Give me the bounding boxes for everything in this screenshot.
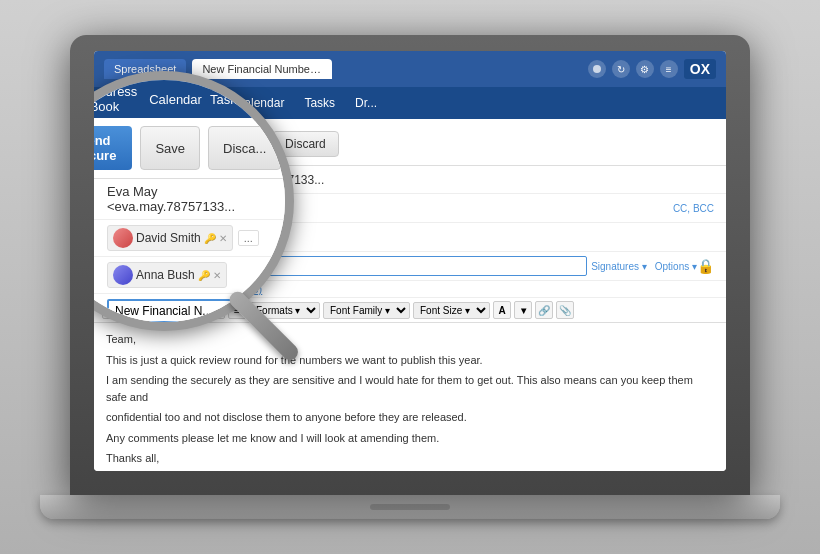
- magnify-lens: 99+ Address Book Calendar Tasks Dr... Se…: [94, 71, 294, 331]
- email-comments: Any comments please let me know and I wi…: [106, 430, 714, 447]
- email-salutation: Team,: [106, 331, 714, 348]
- email-name: Eva May: [106, 471, 714, 472]
- magnify-chip-david[interactable]: David Smith 🔑 ✕: [107, 225, 233, 251]
- settings-icon[interactable]: ⚙: [636, 60, 654, 78]
- magnify-to-label: To: [94, 231, 107, 246]
- svg-point-0: [593, 65, 601, 73]
- nav-tasks[interactable]: Tasks: [296, 92, 343, 114]
- magnify-content: 99+ Address Book Calendar Tasks Dr... Se…: [94, 80, 285, 322]
- magnify-save-button[interactable]: Save: [140, 126, 200, 170]
- attach-button[interactable]: 📎: [556, 301, 574, 319]
- magnify-from-row: From Eva May <eva.may.78757133...: [94, 179, 285, 220]
- magnify-key-anna[interactable]: 🔑: [198, 270, 210, 281]
- laptop-trackpad-notch: [370, 504, 450, 510]
- font-color-button[interactable]: A: [493, 301, 511, 319]
- link-button[interactable]: 🔗: [535, 301, 553, 319]
- signatures-dropdown[interactable]: Signatures ▾: [591, 261, 647, 272]
- refresh-icon[interactable]: ↻: [612, 60, 630, 78]
- magnify-buttons: Send Secure Save Disca...: [94, 118, 285, 179]
- email-security-note2: confidential too and not disclose them t…: [106, 409, 714, 426]
- email-thanks: Thanks all,: [106, 450, 714, 467]
- magnify-bcc-label: BCC: [94, 268, 107, 283]
- magnify-nav-drive: Dr...: [251, 92, 275, 107]
- ox-logo: OX: [684, 59, 716, 79]
- nav-drive[interactable]: Dr...: [347, 92, 385, 114]
- magnify-nav-tasks: Tasks: [210, 92, 243, 107]
- magnify-discard-button[interactable]: Disca...: [208, 126, 281, 170]
- magnify-from-label: From: [94, 192, 107, 207]
- magnify-nav-calendar: Calendar: [149, 92, 202, 107]
- magnify-bcc-value: Anna Bush 🔑 ✕: [107, 262, 271, 288]
- laptop-base: [40, 495, 780, 519]
- email-intro: This is just a quick review round for th…: [106, 352, 714, 369]
- magnify-recipient-overflow: ...: [238, 230, 259, 246]
- options-dropdown[interactable]: Options ▾: [655, 261, 697, 272]
- cc-bcc-link[interactable]: CC, BCC: [673, 203, 714, 214]
- magnify-avatar-anna: [113, 265, 133, 285]
- highlight-button[interactable]: ▾: [514, 301, 532, 319]
- magnify-close-david[interactable]: ✕: [219, 233, 227, 244]
- magnify-bcc-row: BCC Anna Bush 🔑 ✕: [94, 257, 285, 294]
- magnify-close-anna[interactable]: ✕: [213, 270, 221, 281]
- magnify-remove-david[interactable]: 🔑: [204, 233, 216, 244]
- magnify-from-value: Eva May <eva.may.78757133...: [107, 184, 271, 214]
- magnify-avatar-david: [113, 228, 133, 248]
- magnify-send-secure-button[interactable]: Send Secure: [94, 126, 132, 170]
- font-family-select[interactable]: Font Family ▾: [323, 302, 410, 319]
- magnify-chip-anna[interactable]: Anna Bush 🔑 ✕: [107, 262, 227, 288]
- magnify-subject-label: Subject: [94, 304, 107, 319]
- editor-body[interactable]: Team, This is just a quick review round …: [94, 323, 726, 471]
- magnify-nav-addressbook: Address Book: [94, 84, 141, 114]
- magnify-david-name: David Smith: [136, 231, 201, 245]
- magnify-to-row: To David Smith 🔑 ✕ ...: [94, 220, 285, 257]
- subject-options: Signatures ▾ Options ▾: [591, 261, 697, 272]
- magnify-to-value: David Smith 🔑 ✕ ...: [107, 225, 271, 251]
- magnify-anna-name: Anna Bush: [136, 268, 195, 282]
- notification-icon[interactable]: [588, 60, 606, 78]
- magnify-toolbar: 99+ Address Book Calendar Tasks Dr...: [94, 80, 285, 118]
- menu-icon[interactable]: ≡: [660, 60, 678, 78]
- font-size-select[interactable]: Font Size ▾: [413, 302, 490, 319]
- email-security-note: I am sending the securely as they are se…: [106, 372, 714, 405]
- lock-icon: 🔒: [697, 258, 714, 274]
